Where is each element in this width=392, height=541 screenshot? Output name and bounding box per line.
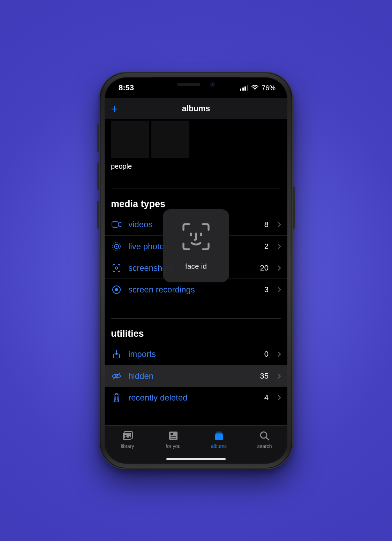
hidden-icon	[111, 372, 122, 380]
row-imports[interactable]: imports 0	[105, 343, 287, 365]
svg-point-11	[125, 435, 126, 436]
row-label: recently deleted	[128, 393, 258, 403]
tab-label: for you	[166, 443, 181, 449]
status-time: 8:53	[119, 83, 134, 92]
row-count: 8	[264, 220, 269, 229]
screen: 8:53 76% + albums	[105, 77, 287, 464]
people-album-tile[interactable]	[111, 121, 189, 158]
row-count: 35	[260, 372, 269, 381]
nav-bar: + albums	[105, 98, 287, 119]
row-label: screen recordings	[128, 285, 258, 295]
row-count: 2	[264, 242, 269, 251]
screenshot-icon	[111, 264, 122, 273]
tab-library[interactable]: library	[105, 426, 150, 454]
utilities-list: imports 0 hidden 35	[111, 343, 281, 408]
chevron-right-icon	[278, 371, 281, 381]
face-id-label: face id	[185, 262, 207, 270]
add-button[interactable]: +	[111, 103, 118, 115]
import-icon	[111, 350, 122, 359]
video-icon	[111, 221, 122, 228]
chevron-right-icon	[278, 242, 281, 251]
svg-rect-12	[169, 432, 178, 440]
svg-rect-15	[171, 438, 176, 439]
albums-tab-icon	[213, 431, 225, 442]
tab-label: library	[121, 443, 134, 449]
svg-rect-18	[215, 434, 223, 440]
live-photo-icon	[111, 242, 122, 251]
svg-point-0	[255, 89, 255, 90]
svg-rect-17	[216, 433, 223, 434]
battery-percent: 76%	[262, 84, 276, 92]
face-id-icon	[180, 221, 212, 254]
section-title-utilities: utilities	[111, 318, 281, 339]
tab-for-you[interactable]: for you	[150, 426, 196, 454]
svg-rect-14	[171, 436, 176, 437]
phone-frame: 8:53 76% + albums	[99, 72, 293, 469]
tab-label: search	[257, 443, 272, 449]
face-id-prompt: face id	[163, 209, 229, 282]
row-label: hidden	[128, 371, 254, 381]
row-count: 20	[260, 264, 269, 273]
row-label: imports	[128, 349, 258, 359]
library-tab-icon	[122, 431, 133, 442]
recording-icon	[111, 285, 122, 294]
tab-albums[interactable]: albums	[196, 426, 242, 454]
page-title: albums	[182, 104, 210, 113]
row-count: 4	[264, 393, 269, 402]
tab-search[interactable]: search	[242, 426, 287, 454]
row-count: 3	[264, 285, 269, 294]
chevron-right-icon	[278, 393, 281, 403]
chevron-right-icon	[278, 285, 281, 295]
svg-point-7	[115, 288, 118, 291]
row-hidden[interactable]: hidden 35	[105, 365, 287, 387]
svg-point-4	[116, 246, 117, 247]
svg-rect-1	[112, 222, 118, 227]
cellular-icon	[240, 85, 248, 91]
chevron-right-icon	[278, 263, 281, 273]
row-recently-deleted[interactable]: recently deleted 4	[105, 387, 287, 408]
row-count: 0	[264, 350, 269, 359]
chevron-right-icon	[278, 220, 281, 229]
chevron-right-icon	[278, 349, 281, 359]
svg-point-5	[115, 267, 118, 269]
wifi-icon	[251, 84, 259, 92]
people-album-label: people	[111, 162, 281, 170]
trash-icon	[111, 393, 122, 402]
section-title-media: media types	[111, 189, 281, 209]
tab-label: albums	[211, 443, 227, 449]
home-indicator[interactable]	[166, 458, 226, 460]
svg-rect-13	[171, 433, 173, 435]
foryou-tab-icon	[168, 431, 179, 442]
notch	[151, 77, 241, 91]
svg-rect-16	[216, 432, 222, 433]
search-tab-icon	[259, 431, 270, 442]
